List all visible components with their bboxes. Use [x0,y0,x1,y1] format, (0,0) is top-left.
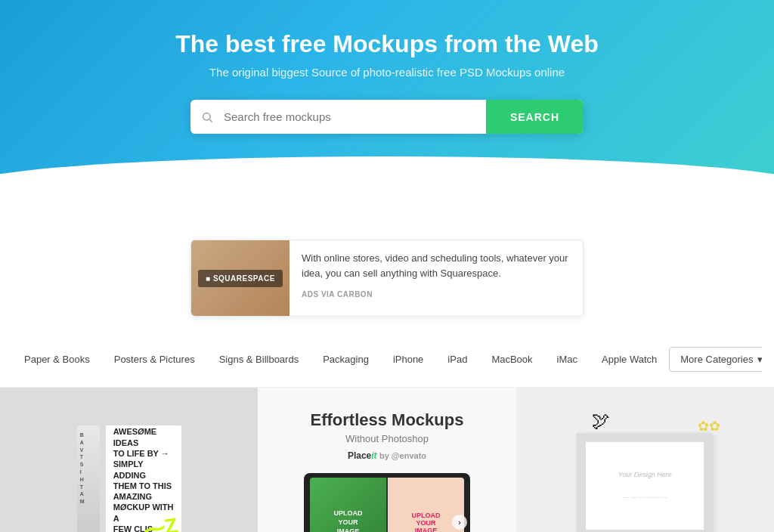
category-signs-billboards[interactable]: Signs & Billboards [207,348,311,371]
placeit-title: Effortless Mockups [311,410,464,430]
laptop-screen: UPLOADYOURIMAGE UPLOADYOURIMAGE [310,478,464,532]
chevron-down-icon: ▾ [757,354,762,365]
squarespace-logo: ■ SQUARESPACE [198,270,283,287]
card-placeit[interactable]: Effortless Mockups Without Photoshop Pla… [258,388,515,532]
hero-title: The best free Mockups from the Web [15,30,759,58]
book-spine: BAVTSIHTAM [77,425,100,532]
next-button[interactable]: › [452,515,467,530]
category-posters-pictures[interactable]: Posters & Pictures [102,348,207,371]
frame-wrapper: 🕊 ✿✿ Your Design Here — — — — — — 🏷 [577,433,713,532]
more-categories-button[interactable]: More Categories ▾ [669,347,762,372]
category-imac[interactable]: iMac [545,348,590,371]
hero-subtitle: The original biggest Source of photo-rea… [15,66,759,79]
category-paper-books[interactable]: Paper & Books [12,348,102,371]
svg-line-1 [209,119,212,122]
categories-bar: Paper & Books Posters & Pictures Signs &… [12,347,762,372]
book-body: BRING YOURAWESØME IDEASTO LIFE BY →SIMPL… [106,425,181,532]
laptop-wrapper: UPLOADYOURIMAGE UPLOADYOURIMAGE › [304,473,470,532]
laptop-mockup: UPLOADYOURIMAGE UPLOADYOURIMAGE › [304,473,470,532]
search-icon [190,100,224,134]
search-bar: SEARCH [190,100,584,134]
flowers-icon: ✿✿ [698,418,720,435]
card-frame-mockup: 🕊 ✿✿ Your Design Here — — — — — — 🏷 [516,388,774,532]
category-ipad[interactable]: iPad [435,348,479,371]
screen-left: UPLOADYOURIMAGE [310,478,386,532]
frame-inner-text: Your Design Here — — — — — — [618,469,672,503]
frame-mockup: Your Design Here — — — — — — 🏷 [577,433,713,532]
card-book-mockup: BAVTSIHTAM BRING YOURAWESØME IDEASTO LIF… [0,388,258,532]
ad-text: With online stores, video and scheduling… [302,251,571,280]
ad-image: ■ SQUARESPACE [191,240,289,316]
category-apple-watch[interactable]: Apple Watch [590,348,669,371]
cards-section: BAVTSIHTAM BRING YOURAWESØME IDEASTO LIF… [0,388,774,532]
book-mockup: BAVTSIHTAM BRING YOURAWESØME IDEASTO LIF… [77,425,181,532]
ad-via: ADS VIA CARBON [302,290,373,298]
placeit-logo: Placeit by @envato [348,450,426,461]
ad-card[interactable]: ■ SQUARESPACE With online stores, video … [190,240,584,317]
bird-icon: 🕊 [592,410,610,431]
search-button[interactable]: SEARCH [486,100,584,134]
hero-section: The best free Mockups from the Web The o… [0,0,774,194]
search-input[interactable] [224,100,486,134]
svg-point-0 [203,113,210,119]
category-packaging[interactable]: Packaging [311,348,381,371]
ad-content: With online stores, video and scheduling… [289,240,583,316]
categories-section: Paper & Books Posters & Pictures Signs &… [0,332,774,388]
category-macbook[interactable]: MacBook [479,348,544,371]
screen-left-label: UPLOADYOURIMAGE [333,509,362,532]
category-iphone[interactable]: iPhone [381,348,435,371]
placeit-subtitle: Without Photoshop [345,433,429,444]
screen-right-label: UPLOADYOURIMAGE [411,512,440,532]
ad-section: ■ SQUARESPACE With online stores, video … [0,194,774,332]
